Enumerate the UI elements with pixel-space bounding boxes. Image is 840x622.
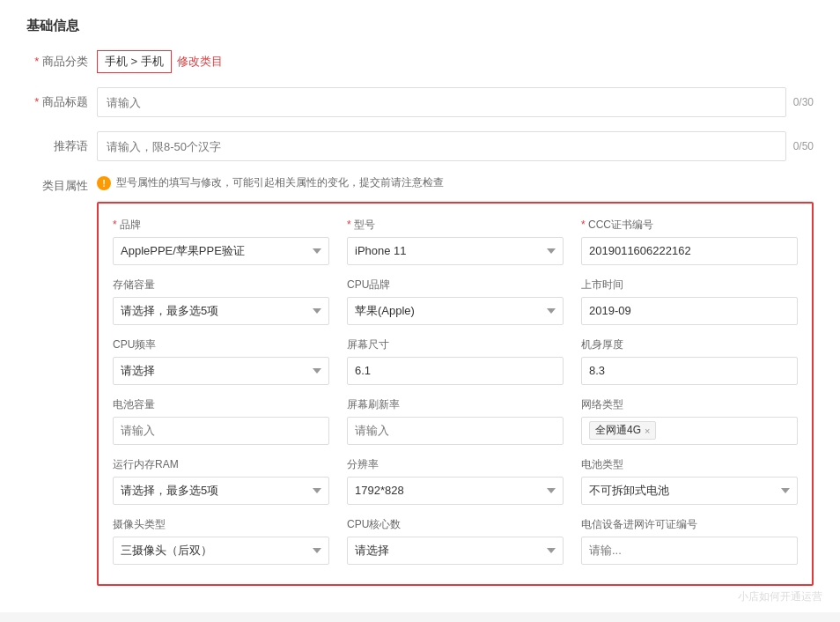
attr-label: 类目属性 (26, 175, 97, 195)
category-row: 商品分类 手机 > 手机 修改类目 (26, 50, 814, 73)
attr-item-label: CCC证书编号 (581, 218, 798, 233)
attr-item: 品牌ApplePPE/苹果PPE验证 (113, 218, 329, 265)
title-label: 商品标题 (26, 93, 97, 111)
attr-item: 机身厚度 (581, 337, 798, 385)
attr-item: 型号iPhone 11 (347, 218, 564, 265)
attr-notice-text: 型号属性的填写与修改，可能引起相关属性的变化，提交前请注意检查 (116, 175, 444, 190)
tag-close-icon[interactable]: × (645, 426, 650, 436)
title-content: 0/30 (97, 87, 814, 117)
attr-item-label: 电信设备进网许可证编号 (581, 517, 798, 532)
attr-item: CPU频率请选择 (113, 337, 329, 385)
attr-item-label: 存储容量 (113, 278, 329, 292)
attr-item: 存储容量请选择，最多选5项 (113, 278, 329, 325)
attr-grid: 品牌ApplePPE/苹果PPE验证型号iPhone 11CCC证书编号存储容量… (113, 218, 798, 577)
subtitle-input-wrapper: 0/50 (97, 131, 814, 161)
attr-select[interactable]: iPhone 11 (347, 237, 564, 265)
attr-item-label: 分辨率 (347, 457, 564, 472)
info-icon: ! (97, 176, 111, 190)
attr-item: CPU核心数请选择 (347, 517, 564, 565)
attr-item: 摄像头类型三摄像头（后双） (113, 517, 329, 565)
attr-item-label: 上市时间 (581, 278, 798, 292)
attr-item: 屏幕刷新率 (347, 397, 564, 445)
attr-item-label: 网络类型 (581, 397, 798, 412)
category-content: 手机 > 手机 修改类目 (97, 50, 814, 73)
attr-item-label: 运行内存RAM (113, 457, 329, 472)
attr-select[interactable]: 请选择 (113, 357, 329, 385)
attr-item: 电池容量 (113, 397, 329, 445)
title-input-wrapper: 0/30 (97, 87, 814, 117)
title-input[interactable] (97, 87, 786, 117)
subtitle-count: 0/50 (793, 140, 814, 152)
attr-input[interactable] (581, 237, 798, 265)
attr-tag-input[interactable]: 全网通4G× (581, 417, 798, 445)
attr-item-label: CPU频率 (113, 337, 329, 352)
attr-select[interactable]: ApplePPE/苹果PPE验证 (113, 237, 329, 265)
attr-item: CCC证书编号 (581, 218, 798, 265)
attr-notice-content: ! 型号属性的填写与修改，可能引起相关属性的变化，提交前请注意检查 (97, 175, 814, 190)
attr-notice-row: 类目属性 ! 型号属性的填写与修改，可能引起相关属性的变化，提交前请注意检查 (26, 175, 814, 195)
attr-item: 电池类型不可拆卸式电池 (581, 457, 798, 505)
attr-item-label: 型号 (347, 218, 564, 233)
attr-select[interactable]: 不可拆卸式电池 (581, 477, 798, 505)
category-path: 手机 > 手机 (105, 54, 164, 70)
attr-item: CPU品牌苹果(Apple) (347, 278, 564, 325)
category-change-link[interactable]: 修改类目 (177, 54, 223, 70)
attr-item: 上市时间 (581, 278, 798, 325)
subtitle-row: 推荐语 0/50 (26, 131, 814, 161)
attr-input[interactable] (113, 417, 329, 445)
attr-item-label: 品牌 (113, 218, 329, 233)
attr-input[interactable] (581, 297, 798, 325)
attr-input[interactable] (347, 417, 564, 445)
attr-item-label: 机身厚度 (581, 337, 798, 352)
attr-select[interactable]: 请选择，最多选5项 (113, 477, 329, 505)
attr-item: 电信设备进网许可证编号 (581, 517, 798, 565)
attr-item-label: CPU核心数 (347, 517, 564, 532)
attr-box: 品牌ApplePPE/苹果PPE验证型号iPhone 11CCC证书编号存储容量… (97, 202, 814, 586)
subtitle-input[interactable] (97, 131, 786, 161)
title-count: 0/30 (793, 96, 814, 108)
title-row: 商品标题 0/30 (26, 87, 814, 117)
attr-item-label: 电池类型 (581, 457, 798, 472)
attr-item-label: 摄像头类型 (113, 517, 329, 532)
category-tag: 手机 > 手机 (97, 50, 172, 73)
attr-item-label: 屏幕尺寸 (347, 337, 564, 352)
attr-item: 屏幕尺寸 (347, 337, 564, 385)
attr-item-label: CPU品牌 (347, 278, 564, 292)
attr-item: 运行内存RAM请选择，最多选5项 (113, 457, 329, 505)
attr-item: 分辨率1792*828 (347, 457, 564, 505)
attr-item-label: 屏幕刷新率 (347, 397, 564, 412)
attr-select[interactable]: 请选择 (347, 537, 564, 565)
attr-input[interactable] (581, 357, 798, 385)
subtitle-content: 0/50 (97, 131, 814, 161)
attr-item-label: 电池容量 (113, 397, 329, 412)
subtitle-label: 推荐语 (26, 137, 97, 155)
attr-select[interactable]: 请选择，最多选5项 (113, 297, 329, 325)
attr-input[interactable] (347, 357, 564, 385)
category-label: 商品分类 (26, 53, 97, 70)
attr-select[interactable]: 苹果(Apple) (347, 297, 564, 325)
attr-select[interactable]: 三摄像头（后双） (113, 537, 329, 565)
attr-input[interactable] (581, 537, 798, 565)
attr-item: 网络类型全网通4G× (581, 397, 798, 445)
section-title: 基础信息 (26, 18, 814, 34)
attr-select[interactable]: 1792*828 (347, 477, 564, 505)
tag: 全网通4G× (589, 421, 656, 440)
